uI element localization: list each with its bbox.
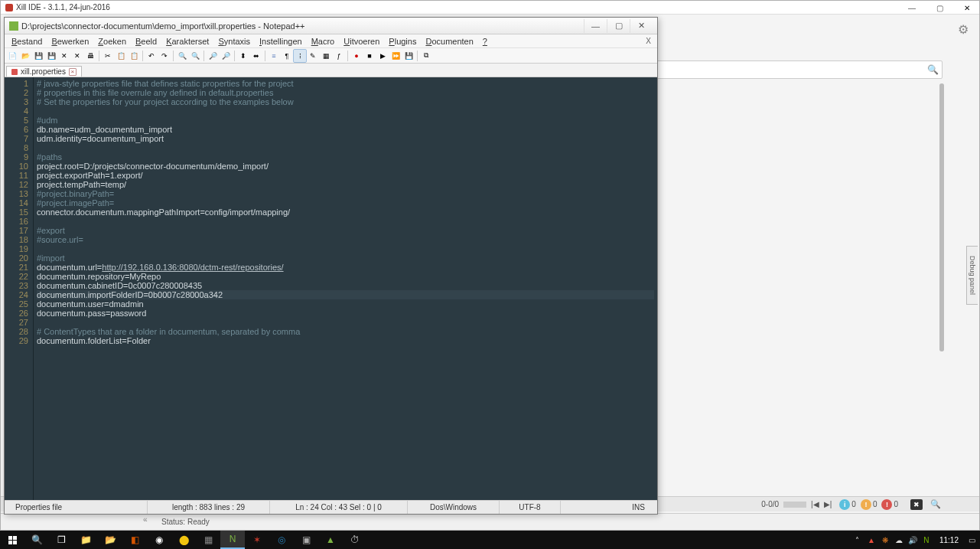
menu-beeld[interactable]: Beeld <box>132 37 161 46</box>
search-icon[interactable]: 🔍 <box>930 499 941 509</box>
xill-app-icon <box>5 4 13 11</box>
taskbar-terminal-icon[interactable]: ▣ <box>294 531 318 549</box>
taskbar-notepad-icon[interactable]: N <box>220 531 245 549</box>
bg-maximize-button[interactable]: ▢ <box>929 2 950 13</box>
zoom-in-icon[interactable]: 🔎 <box>207 50 219 62</box>
indent-guide-icon[interactable]: ⫶ <box>294 50 306 62</box>
taskbar-chrome-icon[interactable]: ◉ <box>147 531 171 549</box>
menu-zoeken[interactable]: Zoeken <box>94 37 130 46</box>
sync-v-icon[interactable]: ⬍ <box>237 50 249 62</box>
menu-karakterset[interactable]: Karakterset <box>162 37 213 46</box>
taskbar-app1-icon[interactable]: ◧ <box>122 531 147 549</box>
tray-notifications-icon[interactable]: ▭ <box>965 533 978 547</box>
copy-icon[interactable]: 📋 <box>115 50 127 62</box>
taskbar-app6-icon[interactable]: ⏱ <box>343 531 367 549</box>
tray-app-icon[interactable]: ❋ <box>878 533 892 547</box>
tray-nvidia-icon[interactable]: N <box>920 533 933 547</box>
collapse-left-icon[interactable]: « <box>143 515 152 524</box>
pager-next-button[interactable]: ▶| <box>824 500 832 508</box>
print-icon[interactable]: 🖶 <box>84 50 96 62</box>
save-icon[interactable]: 💾 <box>32 50 44 62</box>
npp-title-text: D:\projects\connector-documentum\demo_im… <box>21 21 305 31</box>
gear-icon[interactable]: ⚙ <box>958 22 969 37</box>
find-icon[interactable]: 🔍 <box>176 50 188 62</box>
pager-text: 0-0/0 <box>761 500 779 508</box>
save-macro-icon[interactable]: 💾 <box>402 50 415 62</box>
tray-cloud-icon[interactable]: ☁ <box>892 533 906 547</box>
taskbar-app2-icon[interactable]: ⬤ <box>171 531 196 549</box>
status-badge[interactable]: i <box>839 499 850 510</box>
status-badge[interactable]: ! <box>881 499 892 510</box>
zoom-out-icon[interactable]: 🔎 <box>220 50 232 62</box>
taskbar-app3-icon[interactable]: ▦ <box>196 531 220 549</box>
code-text-area[interactable]: # java-style properties file that define… <box>34 77 657 500</box>
menu-syntaxis[interactable]: Syntaxis <box>214 37 254 46</box>
record-icon[interactable]: ● <box>350 50 363 62</box>
sync-h-icon[interactable]: ⬌ <box>250 50 262 62</box>
content-scrollbar[interactable] <box>939 83 944 351</box>
menu-close-x[interactable]: X <box>642 37 654 45</box>
paste-icon[interactable]: 📋 <box>128 50 140 62</box>
pager-first-button[interactable]: |◀ <box>811 500 819 508</box>
save-all-icon[interactable]: 💾 <box>45 50 57 62</box>
replace-icon[interactable]: 🔍 <box>189 50 201 62</box>
user-lang-icon[interactable]: ✎ <box>307 50 319 62</box>
wordwrap-icon[interactable]: ≡ <box>268 50 280 62</box>
menu-documenten[interactable]: Documenten <box>422 37 477 46</box>
close-all-icon[interactable]: ✕ <box>71 50 83 62</box>
doc-map-icon[interactable]: ▦ <box>320 50 332 62</box>
status-badge-count: 0 <box>851 500 856 508</box>
bg-close-button[interactable]: ✕ <box>956 2 978 13</box>
menu-uitvoeren[interactable]: Uitvoeren <box>340 37 383 46</box>
taskbar-clock[interactable]: 11:12 <box>933 536 965 544</box>
play-macro-icon[interactable]: ▶ <box>376 50 389 62</box>
tray-up-icon[interactable]: ˄ <box>851 533 864 547</box>
clear-button[interactable]: ✖ <box>910 499 923 510</box>
run-multi-icon[interactable]: ⏩ <box>389 50 402 62</box>
bg-window-controls: — ▢ ✕ <box>901 2 978 13</box>
tab-xill-properties[interactable]: xill.properties × <box>6 66 82 77</box>
close-file-icon[interactable]: ✕ <box>58 50 70 62</box>
menu-instellingen[interactable]: Instellingen <box>256 37 306 46</box>
menu-bewerken[interactable]: Bewerken <box>47 37 93 46</box>
bg-status-text: Status: Ready <box>161 518 210 526</box>
search-icon[interactable]: 🔍 <box>927 64 939 75</box>
redo-icon[interactable]: ↷ <box>158 50 171 62</box>
menu-macro[interactable]: Macro <box>308 37 339 46</box>
status-ins: INS <box>560 501 653 514</box>
tray-shield-icon[interactable]: ▲ <box>864 533 878 547</box>
stop-record-icon[interactable]: ■ <box>363 50 376 62</box>
status-position: Ln : 24 Col : 43 Sel : 0 | 0 <box>269 501 407 514</box>
taskbar-app4-icon[interactable]: ◎ <box>269 531 294 549</box>
cut-icon[interactable]: ✂ <box>102 50 114 62</box>
func-list-icon[interactable]: ƒ <box>333 50 345 62</box>
npp-close-button[interactable]: ✕ <box>630 19 653 33</box>
status-badge[interactable]: ! <box>861 499 871 510</box>
npp-title-bar[interactable]: D:\projects\connector-documentum\demo_im… <box>5 18 657 34</box>
windows-taskbar: 🔍 ❐ 📁 📂 ◧ ◉ ⬤ ▦ N ✶ ◎ ▣ ▲ ⏱ ˄ ▲ ❋ ☁ 🔊 N … <box>0 531 980 549</box>
menu-plugins[interactable]: Plugins <box>385 37 420 46</box>
undo-icon[interactable]: ↶ <box>145 50 158 62</box>
new-file-icon[interactable]: 📄 <box>6 50 18 62</box>
taskbar-search-icon[interactable]: 🔍 <box>24 531 49 549</box>
open-file-icon[interactable]: 📂 <box>19 50 31 62</box>
menu-?[interactable]: ? <box>479 37 491 46</box>
menu-bestand[interactable]: Bestand <box>8 37 46 46</box>
taskbar-explorer-icon[interactable]: 📁 <box>73 531 98 549</box>
show-all-chars-icon[interactable]: ¶ <box>281 50 293 62</box>
start-button[interactable] <box>0 531 24 549</box>
compare-icon[interactable]: ⧉ <box>420 50 432 62</box>
tab-close-button[interactable]: × <box>69 68 77 76</box>
taskbar-folder-icon[interactable]: 📂 <box>98 531 122 549</box>
npp-minimize-button[interactable]: — <box>584 19 607 33</box>
npp-maximize-button[interactable]: ▢ <box>607 19 630 33</box>
taskview-icon[interactable]: ❐ <box>49 531 73 549</box>
bg-minimize-button[interactable]: — <box>901 2 923 13</box>
npp-menu-bar: BestandBewerkenZoekenBeeldKaraktersetSyn… <box>5 34 657 48</box>
taskbar-app5-icon[interactable]: ▲ <box>318 531 343 549</box>
debug-panel-tab[interactable]: Debug panel <box>966 246 978 305</box>
tray-volume-icon[interactable]: 🔊 <box>906 533 920 547</box>
pager-track[interactable] <box>783 502 806 508</box>
code-editor[interactable]: 1234567891011121314151617181920212223242… <box>5 77 657 500</box>
taskbar-xill-icon[interactable]: ✶ <box>245 531 269 549</box>
